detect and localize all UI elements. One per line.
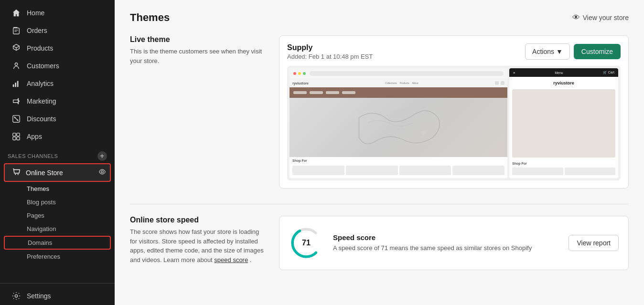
preview-mobile-grid <box>509 167 618 178</box>
preview-nav-item-2 <box>310 91 323 94</box>
preview-nav-links: Collections Products About <box>385 82 418 84</box>
view-report-button[interactable]: View report <box>569 235 619 251</box>
preview-shop-item-4 <box>452 166 504 175</box>
theme-card: Supply Added: Feb 1 at 10:48 pm EST Acti… <box>279 35 629 189</box>
sidebar-item-home[interactable]: Home <box>4 4 111 21</box>
preview-mobile-shop-for: Shop For <box>509 160 618 167</box>
preview-shop-item-1 <box>292 166 344 175</box>
preview-hero <box>290 98 507 157</box>
sales-channels-header: Sales Channels + <box>0 146 115 163</box>
speed-description: Online store speed The score shows how f… <box>130 216 264 264</box>
preview-desktop: ryviustore Collections Products About <box>290 68 507 178</box>
live-theme-desc: This is the theme customers see when the… <box>130 47 264 65</box>
svg-point-19 <box>101 171 104 173</box>
preview-mobile-cart: 🛒 Cart <box>603 71 614 74</box>
preview-shop-item-3 <box>399 166 451 175</box>
preview-nav-item-3 <box>326 91 339 94</box>
sidebar-sub-item-pages[interactable]: Pages <box>4 209 111 222</box>
sidebar-sub-item-domains[interactable]: Domains <box>4 236 111 250</box>
speed-gauge: 71 <box>289 226 323 260</box>
preview-search-placeholder <box>495 81 499 85</box>
sidebar-item-marketing[interactable]: Marketing <box>4 93 111 110</box>
discounts-icon <box>11 114 21 124</box>
svg-rect-7 <box>15 83 16 87</box>
preview-mobile-store-name: ryviustore <box>509 77 618 89</box>
settings-icon <box>11 291 21 301</box>
sidebar-sub-item-themes[interactable]: Themes <box>4 182 111 195</box>
theme-card-header: Supply Added: Feb 1 at 10:48 pm EST Acti… <box>287 43 621 60</box>
preview-mobile-header: ≡ Menu 🛒 Cart <box>509 68 618 77</box>
preview-store-name: ryviustore <box>292 82 309 85</box>
preview-mobile-store-label: Menu <box>555 71 563 74</box>
preview-mobile-item-1 <box>512 168 563 175</box>
main-content: Themes 👁 View your store Live theme This… <box>115 0 644 305</box>
preview-mobile-hero <box>512 89 615 158</box>
sidebar: Home Orders Products Customers <box>0 0 115 305</box>
svg-point-21 <box>382 123 386 127</box>
marketing-icon <box>11 96 21 106</box>
speed-section-title: Online store speed <box>130 216 264 224</box>
orders-icon <box>11 26 21 35</box>
preview-mobile-menu: ≡ <box>513 71 515 74</box>
speed-section: Online store speed The score shows how f… <box>130 216 629 270</box>
sidebar-sub-item-navigation[interactable]: Navigation <box>4 222 111 235</box>
svg-rect-6 <box>13 84 14 87</box>
svg-rect-16 <box>17 137 20 140</box>
actions-button[interactable]: Actions ▼ <box>525 43 570 60</box>
preview-dot-green <box>303 72 306 75</box>
chevron-down-icon: ▼ <box>556 48 563 55</box>
customize-button[interactable]: Customize <box>574 44 621 59</box>
sidebar-item-discounts[interactable]: Discounts <box>4 110 111 127</box>
preview-url-bar <box>310 71 504 76</box>
speed-card-desc: A speed score of 71 means the same speed… <box>333 243 559 253</box>
preview-dot-red <box>293 72 296 75</box>
svg-text:71: 71 <box>302 238 311 247</box>
sidebar-sub-item-blog-posts[interactable]: Blog posts <box>4 196 111 209</box>
speed-card-title: Speed score <box>333 233 559 242</box>
theme-added: Added: Feb 1 at 10:48 pm EST <box>287 53 373 60</box>
online-store-icon <box>12 168 21 178</box>
svg-point-22 <box>407 118 410 121</box>
theme-preview: ryviustore Collections Products About <box>287 66 621 180</box>
theme-name: Supply <box>287 43 373 52</box>
speed-info: Speed score A speed score of 71 means th… <box>333 233 559 253</box>
preview-nav-bar <box>290 87 507 98</box>
svg-rect-15 <box>13 137 16 140</box>
sidebar-item-online-store[interactable]: Online Store <box>4 163 111 182</box>
analytics-icon <box>11 79 21 88</box>
preview-nav-item-4 <box>342 91 355 94</box>
svg-point-17 <box>15 174 16 175</box>
home-icon <box>11 8 21 18</box>
products-icon <box>11 43 21 53</box>
sidebar-item-analytics[interactable]: Analytics <box>4 75 111 92</box>
sidebar-item-products[interactable]: Products <box>4 40 111 57</box>
speed-section-desc: The score shows how fast your store is l… <box>130 227 264 264</box>
theme-card-actions: Actions ▼ Customize <box>525 43 621 60</box>
preview-dot-yellow <box>298 72 301 75</box>
sidebar-item-settings[interactable]: Settings <box>4 287 111 305</box>
preview-shop-item-2 <box>346 166 398 175</box>
preview-cart-placeholder <box>501 81 504 85</box>
preview-shop-grid <box>290 164 507 178</box>
svg-point-20 <box>15 294 17 297</box>
speed-card: 71 Speed score A speed score of 71 means… <box>279 216 629 270</box>
sidebar-item-customers[interactable]: Customers <box>4 57 111 74</box>
svg-point-18 <box>18 174 19 175</box>
preview-mobile-item-2 <box>565 168 616 175</box>
sidebar-sub-item-preferences[interactable]: Preferences <box>4 250 111 263</box>
speed-score-link[interactable]: speed score <box>214 256 248 263</box>
sidebar-item-apps[interactable]: Apps <box>4 128 111 145</box>
sidebar-item-orders[interactable]: Orders <box>4 22 111 39</box>
eye-view-icon: 👁 <box>572 13 580 22</box>
svg-rect-8 <box>17 81 19 87</box>
svg-point-5 <box>15 63 17 65</box>
add-sales-channel-button[interactable]: + <box>97 151 107 161</box>
preview-store-header: ryviustore Collections Products About <box>290 79 507 87</box>
svg-rect-14 <box>17 133 20 136</box>
preview-topbar <box>290 68 507 79</box>
section-divider <box>130 204 629 204</box>
view-store-link[interactable]: 👁 View your store <box>572 13 629 22</box>
preview-mobile: ≡ Menu 🛒 Cart ryviustore Shop For <box>509 68 618 178</box>
eye-icon[interactable] <box>98 168 106 177</box>
svg-rect-1 <box>13 28 20 34</box>
